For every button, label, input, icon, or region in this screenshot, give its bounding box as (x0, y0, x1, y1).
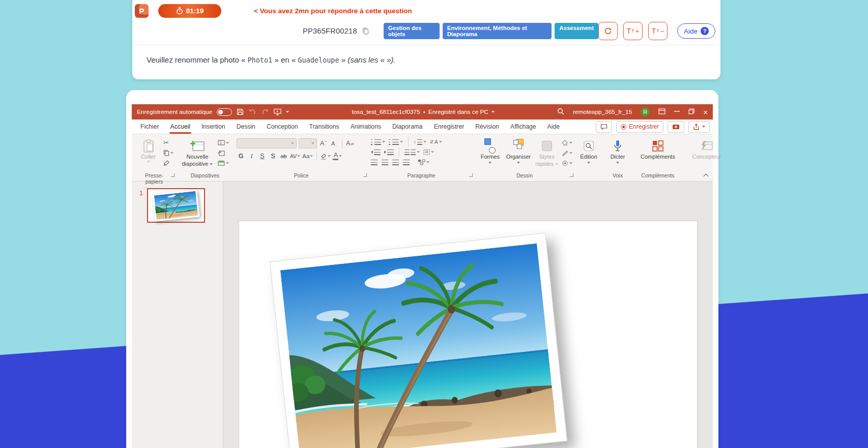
bold-button[interactable]: G (237, 151, 245, 161)
beach-photo-image (280, 244, 557, 448)
align-center-button[interactable] (382, 158, 388, 167)
section-button[interactable] (218, 159, 229, 167)
editing-button[interactable]: Édition (577, 137, 600, 164)
shapes-button[interactable]: Formes (477, 137, 504, 164)
tab-dessin[interactable]: Dessin (231, 120, 261, 134)
line-spacing-button[interactable]: ↕ (414, 138, 426, 146)
clipboard-dialog-launcher[interactable] (171, 173, 175, 177)
autosave-label: Enregistrement automatique (137, 108, 212, 115)
font-increase-button[interactable]: TT+ (623, 22, 643, 40)
minimize-button[interactable] (674, 108, 680, 115)
group-voice: Dicter Voix (603, 136, 632, 181)
format-painter-button[interactable] (163, 159, 173, 167)
restore-button[interactable] (688, 108, 695, 116)
shape-outline-icon (562, 150, 568, 156)
clear-formatting-button[interactable]: A (346, 138, 355, 148)
tab-insertion[interactable]: Insertion (196, 120, 231, 134)
slideshow-icon[interactable] (274, 108, 281, 115)
arrange-button[interactable]: Organiser (505, 137, 532, 164)
align-right-button[interactable] (392, 158, 399, 167)
share-button[interactable] (688, 121, 710, 133)
tab-diaporama[interactable]: Diaporama (387, 120, 428, 134)
align-left-button[interactable] (371, 158, 378, 167)
font-color-button[interactable]: A (333, 151, 342, 161)
document-name: tosa_test_6811ec1cf0375 (352, 108, 420, 115)
drawing-dialog-launcher[interactable] (570, 173, 573, 177)
smartart-icon (418, 159, 425, 165)
avatar[interactable]: R (641, 107, 650, 116)
slide-layout-button[interactable] (218, 138, 229, 147)
question-meta-row: PP365FR00218 Gestion des objets Environn… (132, 21, 720, 41)
columns-button[interactable] (404, 148, 420, 157)
comments-button[interactable] (596, 121, 612, 133)
beach-photo[interactable] (270, 233, 567, 448)
tab-accueil[interactable]: Accueil (165, 120, 196, 134)
dictate-button[interactable]: Dicter (605, 137, 630, 164)
ribbon: Coller ✂ Presse-papiers (132, 134, 713, 182)
tab-animations[interactable]: Animations (345, 120, 387, 134)
quick-access-chevron-icon[interactable] (286, 111, 289, 113)
paste-button[interactable]: Coller (135, 137, 162, 163)
text-direction-button[interactable]: ⇵A (430, 138, 442, 146)
grow-font-button[interactable]: A^ (319, 138, 328, 148)
italic-button[interactable]: I (247, 151, 256, 161)
slide-1-thumbnail[interactable] (147, 188, 205, 223)
paragraph-dialog-launcher[interactable] (469, 173, 473, 177)
font-decrease-button[interactable]: TT− (648, 22, 668, 40)
help-button[interactable]: Aide ? (677, 23, 715, 39)
decrease-indent-button[interactable] (371, 148, 381, 157)
tab-conception[interactable]: Conception (261, 120, 304, 134)
text-shadow-button[interactable]: S (269, 151, 277, 161)
shrink-font-button[interactable]: A˯ (330, 138, 338, 148)
shape-outline-button[interactable] (562, 148, 572, 157)
copy-icon[interactable] (362, 27, 369, 35)
highlight-button[interactable] (321, 151, 331, 161)
reload-button[interactable] (598, 22, 618, 40)
numbering-button[interactable] (389, 138, 403, 146)
cut-button[interactable]: ✂ (163, 138, 173, 147)
close-button[interactable]: × (703, 108, 708, 116)
tab-affichage[interactable]: Affichage (505, 120, 542, 134)
tab-enregistrer[interactable]: Enregistrer (428, 120, 470, 134)
designer-button[interactable]: Concepteur (685, 137, 728, 161)
strikethrough-button[interactable]: ab (279, 151, 288, 161)
question-text: Veuillez renommer la photo « Photo1 » en… (132, 45, 720, 64)
slide-canvas[interactable] (239, 221, 697, 448)
font-size-select[interactable] (299, 138, 317, 148)
ribbon-display-options-icon[interactable] (658, 108, 666, 116)
tab-transitions[interactable]: Transitions (304, 120, 345, 134)
autosave-toggle[interactable] (217, 108, 232, 116)
record-button[interactable]: Enregistrer (616, 121, 663, 133)
convert-smartart-button[interactable] (418, 158, 429, 167)
bullets-button[interactable] (371, 138, 385, 146)
arrange-icon (513, 138, 524, 154)
document-title[interactable]: tosa_test_6811ec1cf0375 • Enregistré dan… (289, 108, 557, 115)
font-dialog-launcher[interactable] (363, 173, 367, 177)
change-case-button[interactable]: Aa (302, 151, 313, 161)
old-photo-name: Photo1 (247, 56, 272, 64)
addins-button[interactable]: Compléments (636, 137, 679, 161)
group-addins: Compléments Compléments (633, 136, 682, 181)
character-spacing-button[interactable]: AV (290, 151, 300, 161)
undo-icon[interactable] (248, 108, 257, 115)
underline-button[interactable]: S (258, 151, 267, 161)
tab-fichier[interactable]: Fichier (135, 120, 165, 134)
tab-revision[interactable]: Révision (470, 120, 505, 134)
shape-fill-button[interactable] (562, 138, 572, 147)
justify-button[interactable] (403, 158, 410, 167)
increase-indent-button[interactable] (384, 148, 394, 157)
copy-button[interactable] (163, 148, 173, 157)
align-text-button[interactable] (423, 148, 434, 157)
redo-icon[interactable] (262, 108, 269, 115)
microphone-icon (614, 138, 622, 154)
save-icon[interactable] (237, 108, 244, 115)
reset-slide-button[interactable] (218, 148, 229, 157)
shape-fill-icon (562, 140, 568, 146)
quick-styles-button[interactable]: Styles rapides (533, 137, 560, 168)
shape-effects-button[interactable] (562, 159, 572, 167)
new-slide-button[interactable]: Nouvelle diapositive (179, 137, 216, 168)
tab-aide[interactable]: Aide (542, 120, 565, 134)
search-icon[interactable] (557, 108, 564, 116)
font-name-select[interactable] (237, 138, 297, 148)
present-button[interactable] (668, 121, 684, 133)
